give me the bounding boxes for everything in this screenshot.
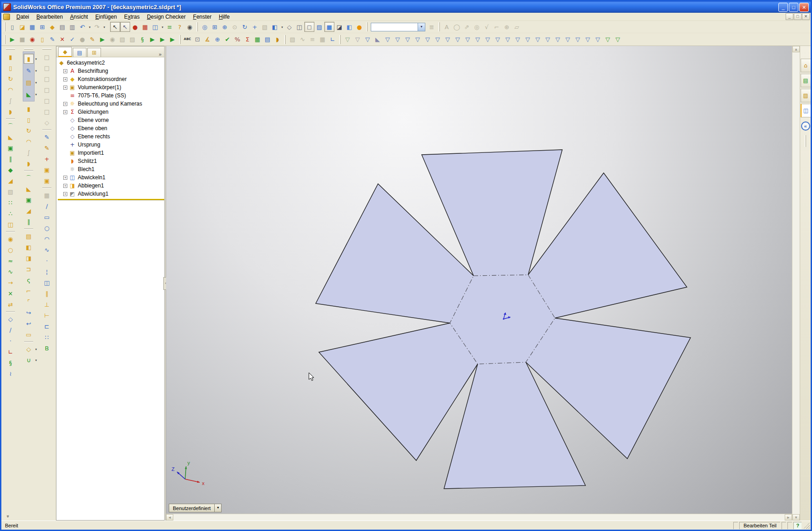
menu-item-extras[interactable]: Extras [121, 13, 143, 20]
sheet-metal-flyout-dropdown-icon[interactable]: ▾ [35, 81, 37, 85]
open-button[interactable]: ◪ [17, 22, 27, 32]
display-pane-button[interactable]: ◫▾ [150, 22, 160, 32]
sheet-metal-flyout-button[interactable]: ▤▾ [24, 77, 34, 87]
toolbar-grip[interactable] [439, 22, 440, 31]
run-macro-button[interactable]: ▶ [7, 35, 17, 45]
point-button[interactable]: · [42, 256, 52, 266]
spline-curve-button[interactable]: ∪▾ [24, 355, 34, 365]
document-combo[interactable]: ▾ [371, 23, 425, 31]
shell-button[interactable]: ▣ [24, 195, 34, 205]
centerline-button[interactable]: ¦ [42, 267, 52, 277]
record-macro-button[interactable]: ◉ [27, 35, 37, 45]
filter-datums-button[interactable]: ▽ [573, 35, 583, 45]
menu-item-datei[interactable]: Datei [13, 13, 33, 20]
filter-axes-button[interactable]: ▽ [433, 35, 443, 45]
zoom-in-out-button[interactable]: ⊕ [220, 22, 230, 32]
fillet-button[interactable]: ⌒ [24, 173, 34, 183]
toolbar-grip[interactable] [6, 48, 15, 50]
save-button[interactable]: ▦ [27, 22, 37, 32]
toolbar-grip[interactable] [24, 48, 33, 50]
resize-grip[interactable] [803, 522, 810, 529]
arc-button[interactable]: ◠ [42, 234, 52, 244]
invert-selection-button[interactable]: ◣ [373, 35, 383, 45]
tree-item-ebene-vorne[interactable]: +◇Ebene vorne [62, 116, 164, 124]
lofted-boss-button[interactable]: ◗ [24, 158, 34, 168]
tree-item-blech1[interactable]: +☼Blech1 [62, 165, 164, 173]
display-pane-dropdown-icon[interactable]: ▾ [161, 25, 163, 29]
tree-expander-icon[interactable]: + [63, 102, 67, 106]
mass-properties-button[interactable]: ⊕ [212, 35, 222, 45]
rectangle-button[interactable]: ▭ [42, 212, 52, 222]
spline-curve-dropdown-icon[interactable]: ▾ [35, 359, 37, 362]
print-preview-button[interactable]: ▥ [67, 22, 77, 32]
extruded-cut-button[interactable]: ▯ [24, 115, 34, 125]
vertical-scrollbar[interactable]: ▲ ▼ [792, 46, 800, 521]
helix-button[interactable]: § [5, 358, 15, 368]
menu-item-fenster[interactable]: Fenster [189, 13, 215, 20]
task-wizard-3-button[interactable]: ▶ [157, 35, 167, 45]
filter-notes-button[interactable]: ▽ [533, 35, 543, 45]
offset-entities-button[interactable]: ∥ [42, 288, 52, 298]
filter-balloons-button[interactable]: ▽ [543, 35, 553, 45]
task-pane-grip[interactable] [805, 135, 806, 147]
scroll-down-icon[interactable]: ▼ [792, 514, 800, 521]
tree-item-konstruktionsordner[interactable]: +◆Konstruktionsordner [62, 75, 164, 83]
view-dropdown-icon[interactable]: ▾ [214, 504, 221, 512]
propertymanager-tab[interactable]: ▤ [73, 48, 86, 57]
select-filter-button[interactable]: ↖ [120, 22, 130, 32]
design-library-tab[interactable]: ▤ [801, 74, 811, 87]
wireframe-button[interactable]: ◇ [284, 22, 294, 32]
close-button[interactable]: ✕ [799, 3, 809, 12]
mdi-close-button[interactable]: ✕ [802, 13, 810, 20]
closed-corner-button[interactable]: ⌜ [24, 297, 34, 307]
circle-button[interactable]: ○ [42, 223, 52, 233]
scroll-up-icon[interactable]: ▲ [792, 46, 800, 52]
sketch-flyout-dropdown-icon[interactable]: ▾ [35, 69, 37, 73]
options-list-button[interactable]: ≡ [165, 22, 175, 32]
mdi-restore-button[interactable]: □ [794, 13, 802, 20]
insert-bend-button[interactable]: ◇▾ [24, 344, 34, 354]
circular-pattern-button[interactable]: ∴ [5, 208, 15, 218]
undo-button[interactable]: ↶▾ [77, 22, 87, 32]
color-swatches-button[interactable]: ▦ [140, 22, 150, 32]
filter-midpoints-button[interactable]: ▽ [473, 35, 483, 45]
check-document-button[interactable]: ✔ [222, 35, 232, 45]
view-orientation-button[interactable]: Benutzerdefiniert ▾ [169, 504, 222, 512]
filter-cosmetic-threads-button[interactable]: ▽ [593, 35, 603, 45]
filter-blocks-button[interactable]: ▽ [583, 35, 593, 45]
tree-item-abbiegen1[interactable]: +◨Abbiegen1 [62, 182, 164, 190]
toolbar-grip[interactable] [42, 48, 51, 50]
filter-planes-button[interactable]: ▽ [443, 35, 453, 45]
menu-item-einfügen[interactable]: Einfügen [91, 13, 120, 20]
menu-item-hilfe[interactable]: Hilfe [215, 13, 233, 20]
maximize-button[interactable]: □ [789, 3, 798, 12]
configurationmanager-tab[interactable]: ⊞ [87, 48, 101, 57]
toolbar-grip[interactable] [339, 35, 341, 44]
features-flyout-button[interactable]: ▮▾ [24, 54, 34, 64]
filter-center-marks-button[interactable]: ▽ [483, 35, 493, 45]
derived-sketch-2-button[interactable]: ▣ [42, 176, 52, 186]
coordinate-ruler-button[interactable]: ∟ [328, 35, 338, 45]
tree-item-volumenkörper-1-[interactable]: +▣Volumenkörper(1) [62, 83, 164, 91]
menu-item-design-checker[interactable]: Design Checker [143, 13, 189, 20]
tree-expander-icon[interactable]: + [63, 69, 67, 73]
solidworks-resources-tab[interactable]: ⌂ [801, 59, 811, 72]
task-wizard-1-button[interactable]: ▶ [97, 35, 107, 45]
scroll-right-icon[interactable]: ► [785, 514, 792, 521]
hole-wizard-button[interactable]: ◉ [5, 234, 15, 244]
mirror-entities-button[interactable]: ◫ [42, 278, 52, 288]
measure-button[interactable]: ∡ [202, 35, 212, 45]
feature-statistics-button[interactable]: % [232, 35, 242, 45]
hidden-lines-visible-button[interactable]: ◫ [294, 22, 304, 32]
revolved-boss-button[interactable]: ↻ [24, 126, 34, 136]
flatten-button[interactable]: ▭ [24, 329, 34, 339]
extruded-boss-button[interactable]: ▮ [24, 104, 34, 114]
toolbar-grip[interactable] [197, 22, 198, 31]
tree-item-6eckasymetric2[interactable]: +◆6eckasymetric2 [58, 59, 164, 67]
unfold-button[interactable]: ↪ [24, 308, 34, 318]
toolbar-grip[interactable] [284, 35, 286, 44]
chamfer-button[interactable]: ◣ [24, 184, 34, 194]
tree-item-gleichungen[interactable]: +ΣGleichungen [62, 108, 164, 116]
filter-solid-bodies-button[interactable]: ▽ [423, 35, 433, 45]
deform-button[interactable]: ≈ [5, 256, 15, 266]
